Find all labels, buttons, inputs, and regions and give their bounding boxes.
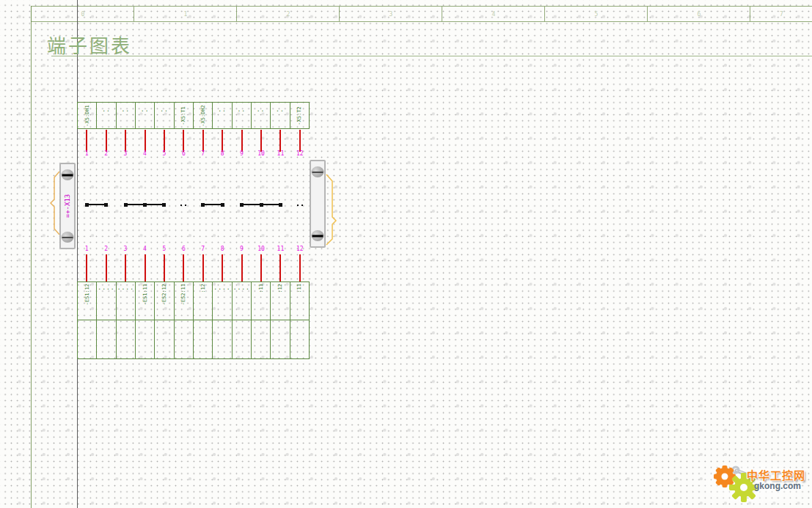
bottom-target-label: :12: [277, 284, 282, 293]
terminal-number-top: 9: [236, 150, 248, 158]
same-target-dots: ....: [233, 287, 250, 290]
no-jumper-dot: [185, 205, 186, 206]
wire-top: [279, 130, 281, 152]
terminal-number-bottom: 12: [294, 246, 306, 253]
top-target-label: -X5:T1: [181, 106, 186, 125]
jumper-terminal-mark: [143, 203, 147, 207]
orange-gear-icon: [714, 465, 736, 487]
bottom-target-label: :11: [258, 284, 263, 293]
screw-icon: [312, 230, 324, 241]
same-target-dots: ....: [98, 287, 114, 290]
bottom-target-label: :11: [297, 284, 302, 293]
terminal-number-bottom: 1: [81, 246, 92, 253]
same-target-dots: ..: [102, 108, 111, 111]
bottom-target-label: -ES1:11: [142, 284, 147, 306]
jumper-terminal-mark: [279, 203, 282, 207]
terminal-number-top: 11: [274, 150, 286, 158]
wire-top: [164, 130, 165, 152]
terminal-number-bottom: 4: [139, 246, 151, 253]
terminal-top-cell: -X5:T2: [290, 103, 309, 128]
terminal-top-strip: -X5:DH1........-X5:T1-X5:DH2........-X5:…: [77, 102, 310, 129]
terminal-strip-tag: =+-X13: [64, 194, 71, 218]
terminal-top-cell: -X5:DH2: [193, 103, 212, 128]
terminal-number-bottom: 6: [178, 246, 189, 253]
terminal-bottom-cell-empty: [135, 320, 154, 358]
bottom-target-label: :12: [200, 284, 205, 293]
wire-bottom: [222, 254, 223, 281]
terminal-number-bottom: 2: [100, 246, 112, 253]
wire-top: [125, 130, 126, 152]
jumper-terminal-mark: [260, 203, 263, 207]
terminal-top-cell: ..: [116, 103, 135, 128]
wire-top: [299, 130, 301, 152]
terminal-bottom-cell-empty: [96, 320, 115, 358]
watermark-site-name: 中华工控网: [747, 467, 805, 482]
terminal-bottom-cell: -ES2:11: [174, 282, 193, 320]
rail-end-bracket-left: =+-X13: [59, 163, 76, 249]
cad-canvas[interactable]: 01234567 端子图表 =+-X13 -X5:DH1........-X5:…: [0, 0, 812, 508]
terminal-top-cell: ..: [251, 103, 270, 128]
terminal-top-cell: ..: [154, 103, 173, 128]
terminal-number-top: 6: [178, 150, 189, 158]
terminal-number-top: 12: [294, 150, 306, 158]
terminal-bottom-cell-empty: [78, 320, 96, 358]
terminal-number-top: 3: [120, 150, 131, 158]
terminal-bottom-strip-row2: [77, 320, 310, 359]
same-target-dots: ..: [141, 108, 150, 111]
terminal-bottom-cell: ....: [232, 282, 251, 320]
terminal-number-top: 7: [197, 150, 209, 158]
top-target-label: -X5:DH1: [84, 105, 89, 127]
terminal-bottom-cell-empty: [154, 320, 173, 358]
terminal-bottom-cell-empty: [174, 320, 193, 358]
terminal-top-cell: ..: [270, 103, 289, 128]
wire-bottom: [164, 254, 165, 281]
wire-bottom: [106, 254, 107, 281]
wire-top: [222, 130, 223, 152]
bottom-target-label: -ES2:11: [181, 284, 186, 306]
screw-icon: [62, 232, 74, 243]
terminal-number-bottom: 11: [274, 246, 286, 253]
terminal-top-cell: ..: [232, 103, 251, 128]
terminal-top-cell: ..: [135, 103, 154, 128]
jumper-terminal-mark: [162, 203, 166, 207]
wire-bottom: [86, 254, 87, 281]
left-cable-bracket-icon: [51, 172, 59, 235]
wire-bottom: [241, 254, 243, 281]
terminal-number-top: 5: [158, 150, 170, 158]
rail-end-bracket-right: [310, 160, 326, 248]
same-target-dots: ..: [121, 108, 130, 111]
same-target-dots: ....: [213, 287, 230, 290]
terminal-bottom-cell-empty: [251, 320, 270, 358]
terminal-bottom-cell-empty: [212, 320, 231, 358]
terminal-number-bottom: 7: [197, 246, 209, 253]
gkong-watermark: 中华工控网 gkong.com: [704, 459, 812, 506]
bottom-target-label: -ES1:12: [84, 284, 89, 306]
terminal-bottom-cell-empty: [290, 320, 309, 358]
top-target-label: -X5:DH2: [200, 105, 205, 127]
terminal-top-cell: -X5:DH1: [78, 103, 96, 128]
terminal-bottom-cell: :12: [193, 282, 212, 320]
same-target-dots: ..: [276, 108, 285, 111]
wire-bottom: [202, 254, 204, 281]
terminal-bottom-strip-row1: -ES1:12........-ES1:11-ES2:12-ES2:11:12.…: [77, 281, 310, 320]
terminal-bottom-cell: -ES2:12: [154, 282, 173, 320]
screw-icon: [62, 169, 74, 180]
wire-bottom: [145, 254, 146, 281]
terminal-number-top: 2: [100, 150, 112, 158]
jumper-terminal-mark: [104, 203, 108, 207]
wire-bottom: [183, 254, 184, 281]
terminal-number-bottom: 10: [255, 246, 267, 253]
terminal-bottom-cell: -ES1:12: [78, 282, 96, 320]
terminal-bottom-cell-empty: [116, 320, 135, 358]
terminal-bottom-cell-empty: [232, 320, 251, 358]
jumper-terminal-mark: [85, 203, 89, 207]
cable-bracket-lines: [0, 0, 812, 508]
same-target-dots: ..: [218, 108, 227, 111]
wire-top: [86, 130, 87, 152]
no-jumper-dot: [180, 205, 182, 206]
right-cable-bracket-icon: [326, 174, 336, 245]
no-jumper-dot: [301, 205, 303, 206]
terminal-number-top: 1: [81, 150, 92, 158]
terminal-number-bottom: 3: [120, 246, 131, 253]
wire-top: [241, 130, 243, 152]
